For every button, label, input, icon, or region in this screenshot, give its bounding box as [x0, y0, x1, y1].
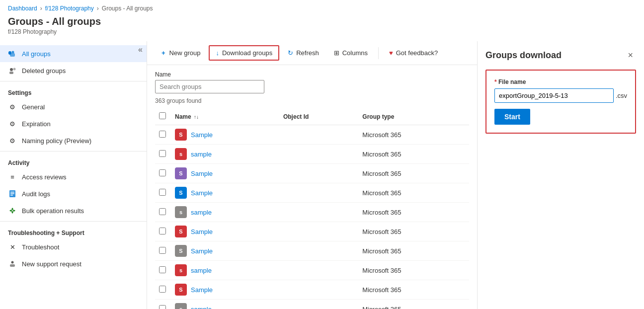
row-checkbox-3[interactable] [159, 189, 166, 196]
sidebar-label-deleted-groups: Deleted groups [22, 67, 66, 75]
group-name-link[interactable]: Sample [191, 189, 213, 197]
new-group-label: New group [169, 49, 201, 57]
table-row: s sample Microsoft 365 [155, 145, 469, 164]
main-content: + New group ↓ Download groups ↻ Refresh … [147, 41, 477, 309]
new-group-button[interactable]: + New group [155, 46, 207, 60]
row-group-type: Microsoft 365 [358, 261, 469, 280]
row-checkbox-6[interactable] [159, 247, 166, 254]
right-panel: Groups download × * File name .csv Start [477, 41, 644, 309]
sidebar-item-general[interactable]: ⚙ General [0, 98, 147, 115]
search-label: Name [155, 71, 469, 78]
group-avatar: S [175, 187, 187, 199]
group-name-link[interactable]: Sample [191, 131, 213, 139]
row-checkbox-8[interactable] [159, 286, 166, 293]
feedback-button[interactable]: ♥ Got feedback? [383, 46, 444, 60]
row-checkbox-5[interactable] [159, 228, 166, 234]
sidebar-item-deleted-groups[interactable]: Deleted groups [0, 62, 147, 79]
panel-header: Groups download × [485, 49, 636, 62]
row-checkbox-cell [155, 300, 171, 309]
row-group-type: Microsoft 365 [358, 203, 469, 222]
row-name-cell: s sample [171, 145, 279, 164]
sidebar-label-bulk: Bulk operation results [22, 207, 84, 215]
sidebar-label-expiration: Expiration [22, 120, 51, 128]
download-form: * File name .csv Start [485, 70, 636, 134]
sidebar-label-troubleshoot: Troubleshoot [22, 243, 59, 251]
sidebar-item-troubleshoot[interactable]: ✕ Troubleshoot [0, 238, 147, 255]
row-checkbox-cell [155, 183, 171, 203]
row-object-id [279, 125, 358, 145]
panel-title: Groups download [485, 50, 562, 61]
group-avatar: s [175, 264, 187, 276]
header-checkbox-cell [155, 108, 171, 125]
svg-point-11 [11, 210, 13, 212]
row-object-id [279, 145, 358, 164]
columns-button[interactable]: ⊞ Columns [327, 46, 374, 60]
row-name-cell: S Sample [171, 222, 279, 241]
row-checkbox-cell [155, 222, 171, 241]
row-object-id [279, 241, 358, 261]
select-all-checkbox[interactable] [159, 112, 166, 119]
group-name-link[interactable]: Sample [191, 170, 213, 177]
group-avatar: S [175, 226, 187, 237]
row-name-cell: S Sample [171, 125, 279, 145]
page-subtitle: f/128 Photography [8, 28, 636, 35]
row-checkbox-cell [155, 261, 171, 280]
row-checkbox-cell [155, 241, 171, 261]
sidebar-item-new-support[interactable]: New support request [0, 255, 147, 272]
table-area: Name 363 groups found Name ↑↓ Object Id … [147, 65, 477, 309]
filename-label: * File name [494, 78, 627, 85]
breadcrumb-org[interactable]: f/128 Photography [45, 5, 94, 12]
breadcrumb: Dashboard › f/128 Photography › Groups -… [0, 0, 644, 14]
download-groups-button[interactable]: ↓ Download groups [209, 45, 279, 61]
settings-section-header: Settings [0, 81, 147, 98]
row-checkbox-0[interactable] [159, 131, 166, 138]
group-name-link[interactable]: Sample [191, 228, 213, 235]
row-name-cell: S Sample [171, 183, 279, 203]
svg-rect-13 [10, 264, 15, 267]
sidebar-collapse-btn[interactable]: « [138, 45, 143, 54]
group-avatar: S [175, 245, 187, 257]
page-header: Groups - All groups f/128 Photography [0, 14, 644, 41]
breadcrumb-sep1: › [40, 5, 42, 12]
group-name-link[interactable]: sample [191, 151, 212, 158]
group-avatar: S [175, 129, 187, 141]
row-object-id [279, 280, 358, 300]
table-row: s sample Microsoft 365 [155, 261, 469, 280]
panel-close-button[interactable]: × [625, 49, 636, 62]
sidebar-item-audit-logs[interactable]: Audit logs [0, 185, 147, 202]
new-group-icon: + [161, 49, 165, 57]
row-checkbox-1[interactable] [159, 150, 166, 157]
sidebar-item-naming-policy[interactable]: ⚙ Naming policy (Preview) [0, 132, 147, 149]
group-name-link[interactable]: sample [191, 209, 212, 216]
sidebar-item-expiration[interactable]: ⚙ Expiration [0, 115, 147, 132]
breadcrumb-dashboard[interactable]: Dashboard [8, 5, 37, 12]
sidebar-item-access-reviews[interactable]: ≡ Access reviews [0, 168, 147, 185]
start-download-button[interactable]: Start [494, 109, 530, 125]
group-name-link[interactable]: Sample [191, 247, 213, 255]
svg-rect-10 [10, 195, 13, 196]
sidebar-item-bulk-operation[interactable]: Bulk operation results [0, 202, 147, 219]
filename-input[interactable] [494, 88, 614, 103]
gear-icon-general: ⚙ [8, 102, 17, 111]
header-object-id[interactable]: Object Id [279, 108, 358, 125]
group-name-link[interactable]: sample [191, 267, 212, 274]
header-group-type[interactable]: Group type [358, 108, 469, 125]
csv-suffix-label: .csv [616, 92, 627, 99]
header-name[interactable]: Name ↑↓ [171, 108, 279, 125]
refresh-label: Refresh [296, 49, 319, 57]
row-checkbox-cell [155, 145, 171, 164]
row-name-cell: s sample [171, 261, 279, 280]
row-checkbox-9[interactable] [159, 305, 166, 309]
sidebar-label-all-groups: All groups [22, 50, 51, 58]
troubleshooting-section-header: Troubleshooting + Support [0, 221, 147, 238]
refresh-button[interactable]: ↻ Refresh [281, 46, 325, 60]
row-checkbox-2[interactable] [159, 169, 166, 176]
row-checkbox-7[interactable] [159, 266, 166, 273]
row-group-type: Microsoft 365 [358, 183, 469, 203]
group-name-link[interactable]: sample [191, 306, 212, 309]
feedback-label: Got feedback? [396, 49, 438, 57]
group-name-link[interactable]: Sample [191, 286, 213, 294]
sidebar-item-all-groups[interactable]: All groups [0, 45, 147, 62]
row-checkbox-4[interactable] [159, 208, 166, 215]
search-input[interactable] [155, 80, 264, 93]
